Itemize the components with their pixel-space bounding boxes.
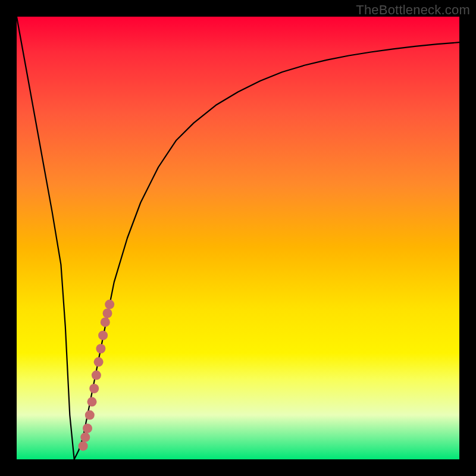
highlight-marker [94,357,104,367]
highlight-marker [96,344,105,353]
highlight-marker [79,441,88,451]
watermark-text: TheBottleneck.com [356,2,470,18]
highlight-marker [87,397,97,406]
highlight-marker [101,317,110,327]
highlight-marker [92,371,101,380]
chart-frame: TheBottleneck.com [0,0,476,476]
bottleneck-curve [17,17,459,459]
highlight-marker [83,424,92,433]
highlight-marker [103,309,112,318]
highlight-marker-series [79,300,115,451]
highlight-marker [89,384,99,393]
highlight-marker [105,300,114,309]
highlight-marker [98,331,108,340]
highlight-marker [85,411,95,420]
plot-area [17,17,459,459]
highlight-marker [80,433,90,442]
chart-svg [17,17,459,459]
